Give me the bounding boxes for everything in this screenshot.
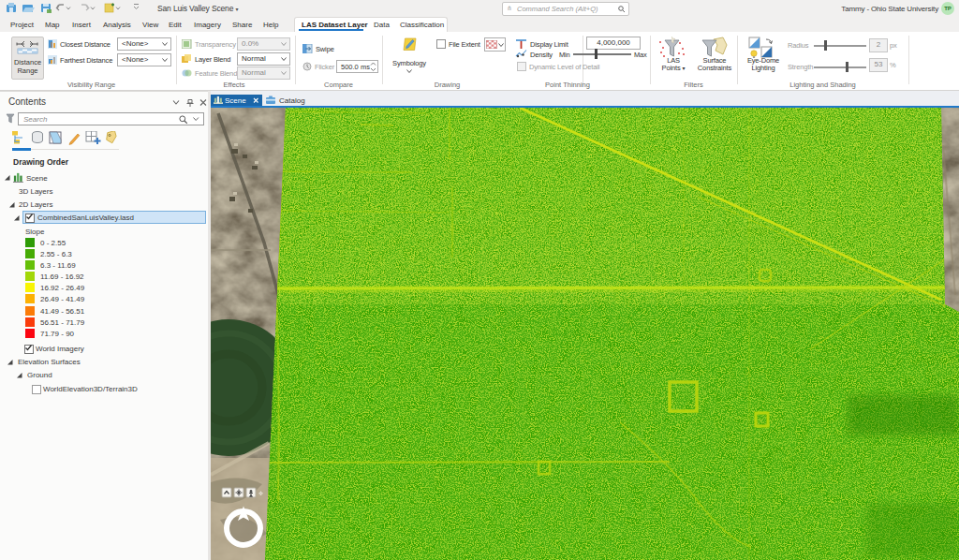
svg-text:✥: ✥ <box>258 491 263 496</box>
